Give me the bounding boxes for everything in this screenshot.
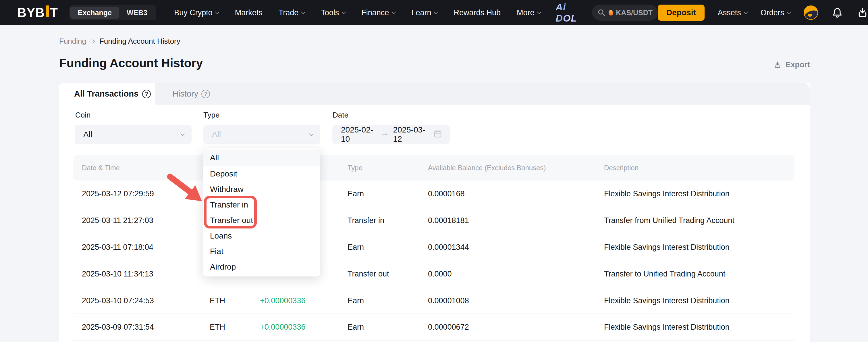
nav-item-orders[interactable]: Orders bbox=[761, 8, 791, 17]
range-arrow-icon: ⇀ bbox=[382, 130, 388, 139]
nav-item-rewards-hub[interactable]: Rewards Hub bbox=[454, 8, 501, 17]
date-range-picker[interactable]: 2025-02-10 ⇀ 2025-03-12 bbox=[332, 125, 450, 144]
nav-label: Rewards Hub bbox=[454, 8, 501, 17]
nav-label: Tools bbox=[321, 8, 339, 17]
export-label: Export bbox=[785, 60, 810, 69]
bybit-logo[interactable]: BYBT bbox=[17, 5, 58, 20]
cell-coin: ETH bbox=[210, 296, 225, 305]
table-row: 2025-03-09 07:31:54 ETH +0.00000336 Earn… bbox=[59, 314, 810, 341]
dropdown-item-withdraw[interactable]: Withdraw bbox=[203, 182, 320, 197]
exchange-web3-toggle: Exchange WEB3 bbox=[69, 5, 156, 20]
cell-balance: 0.00000672 bbox=[428, 323, 469, 332]
help-icon[interactable]: ? bbox=[202, 90, 210, 98]
cell-description: Flexible Savings Interest Distribution bbox=[604, 190, 730, 198]
dropdown-item-fiat[interactable]: Fiat bbox=[203, 244, 320, 259]
nav-item-learn[interactable]: Learn bbox=[411, 8, 437, 17]
cell-balance: 0.00018181 bbox=[428, 216, 469, 225]
chevron-down-icon bbox=[434, 9, 438, 14]
chevron-down-icon bbox=[787, 9, 791, 14]
cell-description: Flexible Savings Interest Distribution bbox=[604, 323, 730, 332]
cell-type: Transfer in bbox=[347, 216, 384, 225]
user-avatar[interactable] bbox=[804, 5, 818, 20]
chevron-down-icon bbox=[309, 131, 314, 136]
col-datetime: Date & Time bbox=[82, 164, 120, 172]
cell-datetime: 2025-03-10 11:34:13 bbox=[82, 269, 153, 278]
nav-label: Assets bbox=[718, 8, 741, 17]
nav-right: Deposit Assets Orders bbox=[658, 5, 868, 21]
cell-amount: +0.00000336 bbox=[260, 296, 305, 305]
help-icon[interactable]: ? bbox=[142, 90, 151, 98]
toggle-web3-label: WEB3 bbox=[127, 9, 147, 17]
coin-select[interactable]: All bbox=[75, 125, 192, 144]
nav-item-markets[interactable]: Markets bbox=[235, 8, 262, 17]
page-title: Funding Account History bbox=[59, 56, 203, 70]
table-row: 2025-03-11 21:27:03 Transfer in 0.000181… bbox=[59, 207, 810, 234]
table-header: Date & Time Type Available Balance (Excl… bbox=[73, 155, 795, 180]
search-icon bbox=[597, 8, 606, 17]
dropdown-item-loans[interactable]: Loans bbox=[203, 228, 320, 244]
toggle-web3[interactable]: WEB3 bbox=[119, 7, 155, 19]
deposit-button[interactable]: Deposit bbox=[658, 5, 705, 21]
chevron-down-icon bbox=[342, 9, 346, 14]
download-app-button[interactable] bbox=[857, 7, 868, 19]
type-select[interactable]: All bbox=[204, 125, 320, 144]
chevron-down-icon bbox=[537, 9, 541, 14]
nav-item-finance[interactable]: Finance bbox=[361, 8, 395, 17]
cell-type: Earn bbox=[347, 323, 364, 332]
page: BYBT Exchange WEB3 Buy Crypto Markets Tr… bbox=[0, 0, 868, 342]
download-icon bbox=[857, 7, 868, 19]
dropdown-item-transfer-in[interactable]: Transfer in bbox=[203, 197, 320, 213]
notifications-button[interactable] bbox=[831, 7, 843, 19]
nav-item-trade[interactable]: Trade bbox=[279, 8, 305, 17]
aidol-logo[interactable]: Ai DOL bbox=[556, 1, 577, 24]
nav-label: Trade bbox=[279, 8, 299, 17]
cell-type: Earn bbox=[347, 243, 364, 252]
toggle-exchange-label: Exchange bbox=[78, 9, 112, 17]
toggle-exchange[interactable]: Exchange bbox=[70, 7, 119, 19]
top-nav: BYBT Exchange WEB3 Buy Crypto Markets Tr… bbox=[0, 0, 868, 25]
tab-strip bbox=[155, 83, 810, 105]
nav-item-buy-crypto[interactable]: Buy Crypto bbox=[174, 8, 219, 17]
export-icon bbox=[773, 61, 782, 69]
table-row: 2025-03-11 07:18:04 Earn 0.00001344 Flex… bbox=[59, 234, 810, 261]
table-row: 2025-03-12 07:29:59 Earn 0.0000168 Flexi… bbox=[59, 180, 810, 207]
nav-item-more[interactable]: More bbox=[517, 8, 541, 17]
dropdown-item-transfer-out[interactable]: Transfer out bbox=[203, 213, 320, 228]
date-from-value: 2025-02-10 bbox=[341, 125, 377, 144]
search-box[interactable]: KAS/USDT bbox=[592, 5, 658, 21]
nav-item-tools[interactable]: Tools bbox=[321, 8, 345, 17]
tab-all-transactions[interactable]: All Transactions ? bbox=[59, 83, 155, 105]
breadcrumb-funding[interactable]: Funding bbox=[59, 37, 86, 46]
dropdown-item-airdrop[interactable]: Airdrop bbox=[203, 259, 320, 275]
dropdown-item-deposit[interactable]: Deposit bbox=[203, 166, 320, 182]
tab-history[interactable]: History ? bbox=[172, 83, 210, 105]
nav-label: Markets bbox=[235, 8, 262, 17]
cell-datetime: 2025-03-09 07:31:54 bbox=[82, 323, 154, 332]
cell-description: Transfer from Unified Trading Account bbox=[604, 216, 735, 225]
export-button[interactable]: Export bbox=[773, 60, 810, 69]
tab-history-label: History bbox=[172, 89, 198, 98]
cell-amount: +0.00000336 bbox=[260, 323, 305, 332]
logo-text-left: BYB bbox=[17, 5, 45, 20]
nav-item-assets[interactable]: Assets bbox=[718, 8, 747, 17]
col-type: Type bbox=[347, 164, 363, 172]
coin-select-value: All bbox=[83, 130, 92, 139]
cell-datetime: 2025-03-11 21:27:03 bbox=[82, 216, 153, 225]
nav-label: Finance bbox=[361, 8, 389, 17]
nav-menu: Buy Crypto Markets Trade Tools Finance L… bbox=[174, 8, 540, 17]
cell-type: Earn bbox=[347, 190, 364, 198]
cell-datetime: 2025-03-10 07:24:53 bbox=[82, 296, 154, 305]
col-description: Description bbox=[604, 164, 639, 172]
cell-datetime: 2025-03-11 07:18:04 bbox=[82, 243, 153, 252]
cell-balance: 0.0000 bbox=[428, 269, 452, 278]
cell-type: Transfer out bbox=[347, 269, 389, 278]
type-dropdown-menu: All Deposit Withdraw Transfer in Transfe… bbox=[203, 148, 320, 277]
cell-description: Transfer to Unified Trading Account bbox=[604, 269, 725, 278]
dropdown-item-all[interactable]: All bbox=[203, 149, 320, 166]
chevron-down-icon bbox=[744, 9, 748, 14]
cell-description: Flexible Savings Interest Distribution bbox=[604, 243, 730, 252]
cell-description: Flexible Savings Interest Distribution bbox=[604, 296, 730, 305]
cell-type: Earn bbox=[347, 296, 364, 305]
table-body: 2025-03-12 07:29:59 Earn 0.0000168 Flexi… bbox=[59, 180, 810, 341]
cell-datetime: 2025-03-12 07:29:59 bbox=[82, 190, 154, 198]
